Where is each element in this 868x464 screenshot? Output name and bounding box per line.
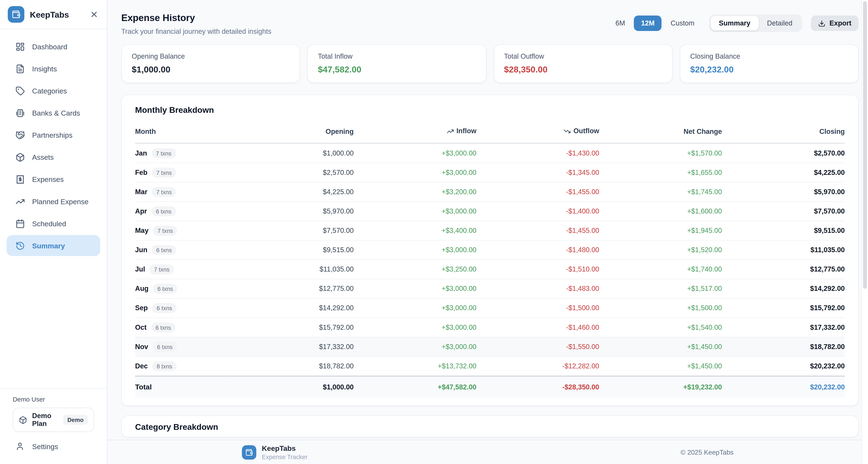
opening-cell: $17,332.00: [231, 337, 353, 356]
sidebar-item-dashboard[interactable]: Dashboard: [7, 36, 100, 57]
sidebar-item-partnerships[interactable]: Partnerships: [7, 125, 100, 145]
closing-cell: $9,515.00: [722, 221, 845, 240]
table-row[interactable]: Jul7 txns $11,035.00 +$3,250.00 -$1,510.…: [135, 259, 845, 279]
main-content: Expense History Track your financial jou…: [107, 0, 868, 437]
outflow-cell: -$1,400.00: [476, 201, 599, 221]
outflow-cell: -$1,430.00: [476, 143, 599, 163]
outflow-cell: -$1,510.00: [476, 259, 599, 279]
view-option-detailed[interactable]: Detailed: [759, 16, 801, 30]
monthly-breakdown-table: Month Opening Inflow Outflow Net Change …: [135, 122, 845, 397]
table-row[interactable]: Oct6 txns $15,792.00 +$3,000.00 -$1,460.…: [135, 318, 845, 337]
inflow-cell: +$3,000.00: [353, 318, 476, 337]
opening-cell: $2,570.00: [231, 163, 353, 182]
month-cell: Feb7 txns: [135, 163, 231, 182]
range-button-custom[interactable]: Custom: [665, 15, 700, 31]
inflow-cell: +$3,000.00: [353, 143, 476, 163]
net-change-cell: +$1,600.00: [599, 201, 722, 221]
net-change-cell: +$1,745.00: [599, 182, 722, 201]
table-row[interactable]: Sep6 txns $14,292.00 +$3,000.00 -$1,500.…: [135, 298, 845, 318]
month-cell: Sep6 txns: [135, 298, 231, 318]
table-row[interactable]: Mar7 txns $4,225.00 +$3,200.00 -$1,455.0…: [135, 182, 845, 201]
sidebar-header: KeepTabs: [0, 0, 107, 29]
trending-down-icon: [563, 128, 571, 135]
page-header-text: Expense History Track your financial jou…: [121, 13, 271, 35]
column-inflow: Inflow: [353, 122, 476, 143]
inflow-cell: +$3,000.00: [353, 201, 476, 221]
net-change-cell: +$1,655.00: [599, 163, 722, 182]
opening-cell: $5,970.00: [231, 201, 353, 221]
sidebar-item-assets[interactable]: Assets: [7, 146, 100, 168]
sidebar-item-categories[interactable]: Categories: [7, 80, 100, 101]
table-row[interactable]: Dec8 txns $18,782.00 +$13,732.00 -$12,28…: [135, 356, 845, 376]
closing-cell: $14,292.00: [722, 279, 845, 298]
sidebar-item-summary[interactable]: Summary: [7, 235, 100, 256]
month-cell: Jun6 txns: [135, 240, 231, 259]
sidebar-close-button[interactable]: [89, 9, 99, 19]
card-label: Closing Balance: [690, 53, 848, 60]
page-footer: KeepTabs Expense Tracker © 2025 KeepTabs: [107, 440, 868, 464]
page-subtitle: Track your financial journey with detail…: [121, 28, 271, 35]
main-column: Expense History Track your financial jou…: [107, 0, 868, 464]
export-button[interactable]: Export: [811, 15, 859, 31]
txn-count-badge: 6 txns: [152, 245, 176, 255]
inflow-cell: +$3,000.00: [353, 163, 476, 182]
txn-count-badge: 6 txns: [153, 342, 177, 352]
table-total-row: Total $1,000.00 +$47,582.00 -$28,350.00 …: [135, 376, 845, 398]
net-change-cell: +$1,450.00: [599, 356, 722, 376]
partnerships-icon: [16, 130, 25, 140]
month-cell: Mar7 txns: [135, 182, 231, 201]
monthly-breakdown-panel: Monthly Breakdown Month Opening Inflow O…: [121, 95, 859, 405]
range-button-6m[interactable]: 6M: [610, 15, 630, 31]
opening-cell: $11,035.00: [231, 259, 353, 279]
opening-cell: $12,775.00: [231, 279, 353, 298]
closing-cell: $15,792.00: [722, 298, 845, 318]
sidebar-item-banks-cards[interactable]: Banks & Cards: [7, 102, 100, 124]
net-change-cell: +$1,570.00: [599, 143, 722, 163]
range-button-12m[interactable]: 12M: [634, 15, 662, 31]
inflow-cell: +$3,000.00: [353, 279, 476, 298]
inflow-cell: +$3,000.00: [353, 298, 476, 318]
total-outflow-cell: -$28,350.00: [476, 376, 599, 398]
assets-icon: [16, 152, 25, 162]
net-change-cell: +$1,520.00: [599, 240, 722, 259]
sidebar-item-label: Scheduled: [32, 219, 66, 228]
outflow-cell: -$1,455.00: [476, 221, 599, 240]
scrollbar-thumb[interactable]: [863, 1, 867, 289]
page-header: Expense History Track your financial jou…: [121, 13, 859, 35]
sidebar-item-expenses[interactable]: Expenses: [7, 169, 100, 190]
column-month: Month: [135, 122, 231, 143]
closing-cell: $12,775.00: [722, 259, 845, 279]
card-value: $47,582.00: [318, 65, 476, 75]
category-breakdown-title: Category Breakdown: [135, 422, 845, 431]
package-icon: [19, 416, 27, 424]
sidebar-item-insights[interactable]: Insights: [7, 58, 100, 79]
table-row[interactable]: May7 txns $7,570.00 +$3,400.00 -$1,455.0…: [135, 221, 845, 240]
sidebar-item-planned-expense[interactable]: Planned Expense: [7, 191, 100, 212]
sidebar-item-scheduled[interactable]: Scheduled: [7, 213, 100, 234]
month-cell: Jan7 txns: [135, 143, 231, 163]
total-label-cell: Total: [135, 376, 231, 398]
table-row[interactable]: Jan7 txns $1,000.00 +$3,000.00 -$1,430.0…: [135, 143, 845, 163]
table-row[interactable]: Apr6 txns $5,970.00 +$3,000.00 -$1,400.0…: [135, 201, 845, 221]
table-row[interactable]: Jun6 txns $9,515.00 +$3,000.00 -$1,480.0…: [135, 240, 845, 259]
net-change-cell: +$1,517.00: [599, 279, 722, 298]
card-label: Total Outflow: [504, 53, 662, 60]
closing-cell: $18,782.00: [722, 337, 845, 356]
outflow-cell: -$1,460.00: [476, 318, 599, 337]
banks-cards-icon: [16, 108, 25, 118]
card-value: $1,000.00: [132, 65, 290, 75]
table-row[interactable]: Nov6 txns $17,332.00 +$3,000.00 -$1,550.…: [135, 337, 845, 356]
wallet-icon: [12, 10, 21, 19]
sidebar-item-settings[interactable]: Settings: [7, 436, 100, 456]
month-cell: Jul7 txns: [135, 259, 231, 279]
net-change-cell: +$1,740.00: [599, 259, 722, 279]
net-change-cell: +$1,540.00: [599, 318, 722, 337]
inflow-cell: +$3,400.00: [353, 221, 476, 240]
card-value: $28,350.00: [504, 65, 662, 75]
footer-inner: KeepTabs Expense Tracker © 2025 KeepTabs: [242, 444, 734, 460]
view-option-summary[interactable]: Summary: [710, 16, 758, 30]
wallet-icon: [245, 448, 253, 456]
table-row[interactable]: Aug6 txns $12,775.00 +$3,000.00 -$1,483.…: [135, 279, 845, 298]
plan-selector[interactable]: Demo Plan Demo: [13, 408, 94, 432]
table-row[interactable]: Feb7 txns $2,570.00 +$3,000.00 -$1,345.0…: [135, 163, 845, 182]
